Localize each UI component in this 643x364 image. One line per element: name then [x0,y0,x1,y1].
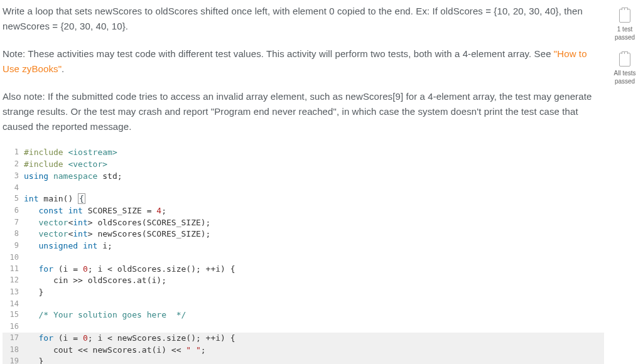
clipboard-icon [619,53,630,67]
instructions: Write a loop that sets newScores to oldS… [3,4,604,134]
line-number: 19 [3,356,24,364]
code-line[interactable]: 16 [3,321,604,332]
code-line[interactable]: 10 [3,252,604,263]
test-status-one: 1 test passed [609,9,640,41]
code-content[interactable]: for (i = 0; i < newScores.size(); ++i) { [24,333,604,345]
code-content[interactable]: unsigned int i; [24,240,604,252]
code-line[interactable]: 14 [3,299,604,309]
line-number: 17 [3,333,24,345]
line-number: 8 [3,228,24,240]
line-number: 14 [3,299,24,309]
code-content[interactable]: #include <vector> [24,159,604,171]
line-number: 16 [3,321,24,332]
instruction-paragraph-2: Note: These activities may test code wit… [3,46,604,77]
code-line[interactable]: 8 vector<int> newScores(SCORES_SIZE); [3,228,604,240]
code-line[interactable]: 6 const int SCORES_SIZE = 4; [3,205,604,217]
code-line[interactable]: 5int main() { [3,193,604,205]
code-line[interactable]: 4 [3,183,604,193]
code-line[interactable]: 15 /* Your solution goes here */ [3,309,604,321]
code-content[interactable] [24,299,604,309]
code-line[interactable]: 12 cin >> oldScores.at(i); [3,275,604,287]
instruction-paragraph-1: Write a loop that sets newScores to oldS… [3,4,604,34]
code-line[interactable]: 1#include <iostream> [3,147,604,159]
line-number: 7 [3,217,24,229]
code-content[interactable]: } [24,356,604,364]
line-number: 1 [3,147,24,159]
code-line[interactable]: 17 for (i = 0; i < newScores.size(); ++i… [3,333,604,345]
code-content[interactable]: cout << newScores.at(i) << " "; [24,345,604,356]
line-number: 11 [3,264,24,276]
code-content[interactable]: #include <iostream> [24,147,604,159]
code-content[interactable]: int main() { [24,193,604,205]
status-label: passed [615,33,635,41]
line-number: 5 [3,193,24,205]
line-number: 15 [3,309,24,321]
code-content[interactable] [24,252,604,263]
line-number: 6 [3,205,24,217]
code-line[interactable]: 13 } [3,287,604,299]
code-content[interactable]: const int SCORES_SIZE = 4; [24,205,604,217]
instruction-text: . [62,63,64,74]
code-line[interactable]: 3using namespace std; [3,171,604,183]
code-line[interactable]: 11 for (i = 0; i < oldScores.size(); ++i… [3,264,604,276]
code-line[interactable]: 7 vector<int> oldScores(SCORES_SIZE); [3,217,604,229]
status-label: All tests [613,69,635,77]
line-number: 3 [3,171,24,183]
main-content: Write a loop that sets newScores to oldS… [0,0,609,364]
status-label: passed [615,77,635,85]
line-number: 9 [3,240,24,252]
code-line[interactable]: 19 } [3,356,604,364]
test-status-sidebar: 1 test passed All tests passed [609,0,643,364]
code-content[interactable]: vector<int> oldScores(SCORES_SIZE); [24,217,604,229]
code-line[interactable]: 18 cout << newScores.at(i) << " "; [3,345,604,356]
code-content[interactable]: using namespace std; [24,171,604,183]
line-number: 18 [3,345,24,356]
code-content[interactable]: /* Your solution goes here */ [24,309,604,321]
code-editor[interactable]: 1#include <iostream>2#include <vector>3u… [3,147,604,364]
code-line[interactable]: 9 unsigned int i; [3,240,604,252]
code-content[interactable] [24,183,604,193]
code-content[interactable]: vector<int> newScores(SCORES_SIZE); [24,228,604,240]
instruction-paragraph-3: Also note: If the submitted code tries t… [3,89,604,134]
test-status-all: All tests passed [609,53,640,85]
code-line[interactable]: 2#include <vector> [3,159,604,171]
code-content[interactable] [24,321,604,332]
clipboard-icon [619,9,630,23]
code-content[interactable]: cin >> oldScores.at(i); [24,275,604,287]
instruction-text: Note: These activities may test code wit… [3,48,554,59]
line-number: 12 [3,275,24,287]
code-content[interactable]: } [24,287,604,299]
status-label: 1 test [617,25,632,33]
line-number: 4 [3,183,24,193]
line-number: 13 [3,287,24,299]
code-content[interactable]: for (i = 0; i < oldScores.size(); ++i) { [24,264,604,276]
line-number: 2 [3,159,24,171]
line-number: 10 [3,252,24,263]
